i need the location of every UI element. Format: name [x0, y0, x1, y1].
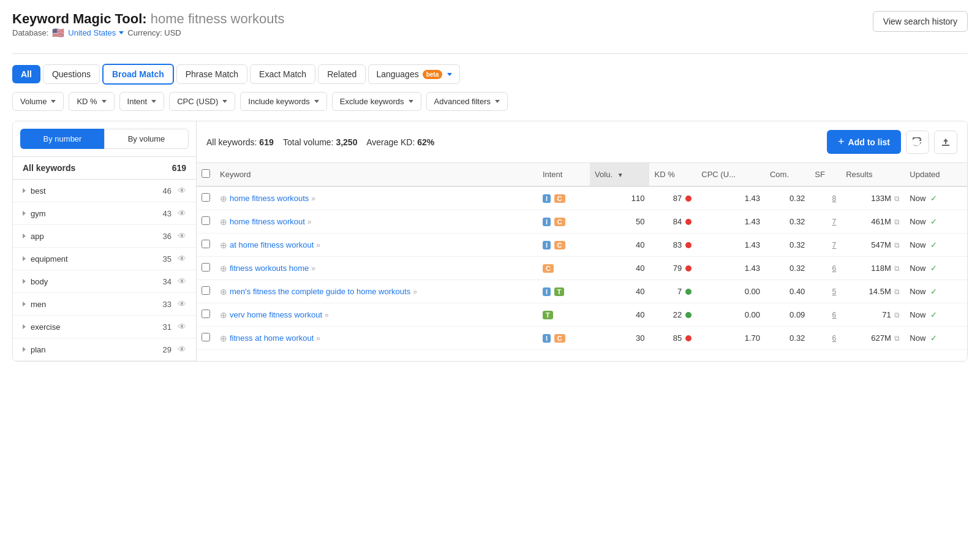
results-link-icon[interactable]: ⧉ [894, 241, 900, 249]
chevron-down-icon [447, 73, 452, 76]
intent-badge-c: C [554, 241, 565, 249]
keyword-link[interactable]: ⊕ verv home fitness workout » [220, 310, 533, 320]
row-checkbox[interactable] [202, 193, 210, 202]
tab-all[interactable]: All [12, 65, 40, 83]
sort-by-number-button[interactable]: By number [20, 129, 104, 149]
database-selector[interactable]: United States [68, 28, 124, 37]
add-keyword-icon: ⊕ [220, 310, 227, 320]
chevron-right-icon [23, 279, 26, 284]
col-keyword: Keyword [215, 163, 538, 186]
add-keyword-icon: ⊕ [220, 240, 227, 250]
view-history-button[interactable]: View search history [873, 11, 968, 32]
export-icon [941, 137, 951, 147]
list-item[interactable]: body 34 👁 [13, 270, 196, 293]
row-checkbox[interactable] [202, 333, 210, 341]
keyword-link[interactable]: ⊕ men's fitness the complete guide to ho… [220, 287, 533, 297]
chevron-right-icon [23, 188, 26, 193]
sf-link[interactable]: 7 [810, 234, 841, 257]
eye-icon[interactable]: 👁 [178, 322, 186, 332]
list-item[interactable]: exercise 31 👁 [13, 316, 196, 338]
list-item[interactable]: equipment 35 👁 [13, 248, 196, 270]
list-item[interactable]: plan 29 👁 [13, 338, 196, 361]
row-checkbox[interactable] [202, 263, 210, 272]
keyword-link[interactable]: ⊕ fitness at home workout » [220, 333, 533, 343]
row-checkbox[interactable] [202, 240, 210, 248]
chevron-down-icon [119, 31, 124, 34]
beta-badge: beta [423, 70, 443, 79]
add-keyword-icon: ⊕ [220, 194, 227, 203]
list-item[interactable]: app 36 👁 [13, 225, 196, 248]
chevron-right-icon [23, 347, 26, 352]
col-kd: KD % [649, 163, 696, 186]
kd-difficulty-dot [685, 289, 692, 295]
sf-link[interactable]: 8 [810, 186, 841, 210]
row-checkbox[interactable] [202, 310, 210, 318]
row-checkbox[interactable] [202, 216, 210, 225]
eye-icon[interactable]: 👁 [178, 231, 186, 241]
include-keywords-filter[interactable]: Include keywords [240, 92, 326, 111]
kd-filter[interactable]: KD % [69, 92, 114, 111]
col-results: Results [841, 163, 905, 186]
exclude-keywords-filter[interactable]: Exclude keywords [332, 92, 421, 111]
list-item[interactable]: best 46 👁 [13, 180, 196, 202]
eye-icon[interactable]: 👁 [178, 208, 186, 218]
col-volume[interactable]: Volu. ▼ [590, 163, 649, 186]
chevron-down-icon [51, 100, 56, 103]
export-button[interactable] [934, 131, 957, 154]
chevron-down-icon [222, 100, 227, 103]
keyword-link[interactable]: ⊕ at home fitness workout » [220, 240, 533, 250]
keyword-link[interactable]: ⊕ home fitness workouts » [220, 194, 533, 203]
list-item[interactable]: gym 43 👁 [13, 202, 196, 225]
kd-difficulty-dot [685, 242, 692, 248]
match-type-tabs: All Questions Broad Match Phrase Match E… [12, 64, 968, 85]
list-item[interactable]: men 33 👁 [13, 293, 196, 316]
sf-link[interactable]: 6 [810, 327, 841, 350]
intent-badge-i: I [543, 334, 551, 343]
tab-questions[interactable]: Questions [43, 64, 100, 84]
sf-link[interactable]: 6 [810, 303, 841, 327]
select-all-checkbox[interactable] [202, 169, 210, 178]
intent-badge-t: T [554, 287, 565, 296]
sort-by-volume-button[interactable]: By volume [104, 129, 189, 149]
table-row: ⊕ men's fitness the complete guide to ho… [197, 280, 967, 303]
results-link-icon[interactable]: ⧉ [894, 287, 900, 296]
sf-link[interactable]: 5 [810, 280, 841, 303]
tab-exact-match[interactable]: Exact Match [250, 64, 315, 84]
eye-icon[interactable]: 👁 [178, 186, 186, 196]
check-icon: ✓ [930, 217, 937, 226]
add-to-list-button[interactable]: + Add to list [827, 130, 901, 154]
row-checkbox[interactable] [202, 286, 210, 295]
keyword-expand-icon: » [325, 311, 329, 319]
results-link-icon[interactable]: ⧉ [894, 218, 900, 226]
tab-broad-match[interactable]: Broad Match [102, 64, 174, 85]
results-link-icon[interactable]: ⧉ [894, 194, 900, 203]
intent-badge-c: C [554, 218, 565, 226]
page-title: Keyword Magic Tool: home fitness workout… [12, 11, 285, 27]
results-link-icon[interactable]: ⧉ [894, 311, 900, 319]
check-icon: ✓ [930, 194, 937, 203]
intent-filter[interactable]: Intent [119, 92, 165, 111]
sf-link[interactable]: 6 [810, 257, 841, 280]
results-link-icon[interactable]: ⧉ [894, 334, 900, 343]
languages-tab[interactable]: Languages beta [368, 64, 460, 84]
table-row: ⊕ fitness at home workout » I C 30 [197, 327, 967, 350]
check-icon: ✓ [930, 310, 937, 319]
chevron-right-icon [23, 211, 26, 216]
tab-related[interactable]: Related [318, 64, 366, 84]
keyword-link[interactable]: ⊕ home fitness workout » [220, 217, 533, 227]
eye-icon[interactable]: 👁 [178, 299, 186, 309]
eye-icon[interactable]: 👁 [178, 254, 186, 264]
results-link-icon[interactable]: ⧉ [894, 264, 900, 273]
kd-difficulty-dot [685, 335, 692, 341]
tab-phrase-match[interactable]: Phrase Match [176, 64, 247, 84]
flag-icon: 🇺🇸 [52, 27, 64, 39]
eye-icon[interactable]: 👁 [178, 276, 186, 286]
refresh-button[interactable] [906, 131, 929, 154]
eye-icon[interactable]: 👁 [178, 344, 186, 354]
kd-difficulty-dot [685, 196, 692, 202]
advanced-filters[interactable]: Advanced filters [426, 92, 508, 111]
cpc-filter[interactable]: CPC (USD) [169, 92, 235, 111]
keyword-link[interactable]: ⊕ fitness workouts home » [220, 264, 533, 273]
volume-filter[interactable]: Volume [12, 92, 64, 111]
sf-link[interactable]: 7 [810, 210, 841, 234]
